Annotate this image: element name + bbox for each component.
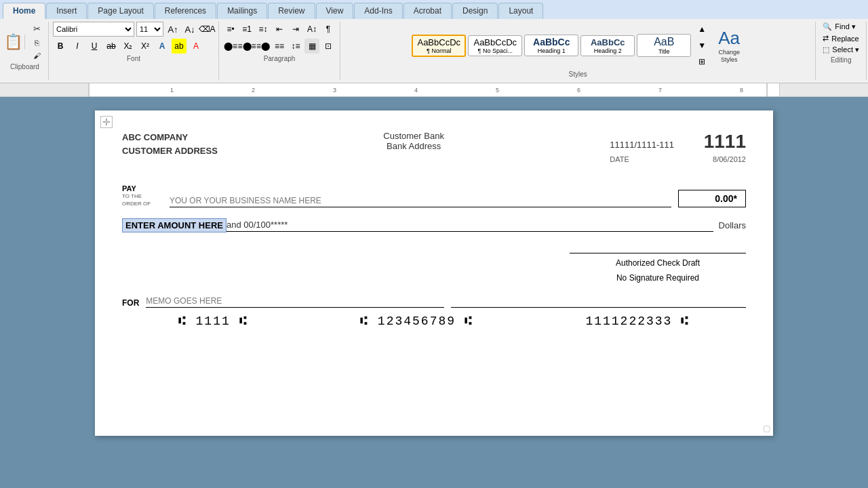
paragraph-group: ≡• ≡1 ≡↕ ⇤ ⇥ A↕ ¶ ⬤≡ ≡⬤≡ ≡⬤ ≡≡ ↕≡ — [219, 22, 340, 80]
style-normal[interactable]: AaBbCcDc ¶ Normal — [412, 35, 466, 57]
check-number: 1111 — [704, 131, 746, 152]
micr-left: ⑆ 1111 ⑆ — [178, 314, 248, 328]
styles-scroll-down[interactable]: ▼ — [694, 38, 709, 53]
date-value: 8/06/2012 — [713, 155, 746, 163]
check-header: ABC COMPANY CUSTOMER ADDRESS Customer Ba… — [122, 131, 746, 163]
check-document: ✛ ABC COMPANY CUSTOMER ADDRESS Customer … — [95, 110, 773, 436]
signature-area: Authorized Check Draft No Signature Requ… — [122, 253, 746, 285]
micr-right: 1111222333 ⑆ — [585, 314, 690, 328]
tab-layout[interactable]: Layout — [498, 3, 543, 19]
justify-button[interactable]: ≡≡ — [272, 39, 287, 54]
company-info: ABC COMPANY CUSTOMER ADDRESS — [122, 131, 218, 157]
clear-format-button[interactable]: ⌫A — [199, 22, 214, 37]
company-address: CUSTOMER ADDRESS — [122, 144, 218, 158]
subscript-button[interactable]: X₂ — [121, 39, 136, 54]
paste-button[interactable]: 📋 — [5, 35, 20, 49]
bank-name: Customer Bank — [383, 131, 444, 141]
font-size-select[interactable]: 11 — [136, 22, 163, 37]
move-handle[interactable]: ✛ — [100, 116, 113, 128]
style-title[interactable]: AaB Title — [637, 34, 691, 57]
numbering-button[interactable]: ≡1 — [239, 22, 254, 37]
for-memo-line: FOR MEMO GOES HERE — [122, 296, 746, 308]
italic-button[interactable]: I — [70, 39, 85, 54]
decrease-indent-button[interactable]: ⇤ — [272, 22, 287, 37]
superscript-button[interactable]: X² — [138, 39, 153, 54]
date-label: DATE — [610, 155, 629, 163]
editing-label: Editing — [831, 56, 852, 66]
svg-text:1: 1 — [170, 87, 174, 94]
change-styles-button[interactable]: Aa ChangeStyles — [714, 26, 744, 65]
style-heading2[interactable]: AaBbCc Heading 2 — [580, 35, 635, 56]
align-center-button[interactable]: ≡⬤≡ — [239, 39, 254, 54]
underline-button[interactable]: U — [87, 39, 102, 54]
tab-design[interactable]: Design — [452, 3, 498, 19]
order-of-label: ORDER OF — [122, 201, 163, 207]
tab-insert[interactable]: Insert — [46, 3, 87, 19]
authorized-line2: No Signature Required — [570, 271, 746, 286]
strikethrough-button[interactable]: ab — [104, 39, 119, 54]
styles-scroll-up[interactable]: ▲ — [694, 22, 709, 37]
bullets-button[interactable]: ≡• — [223, 22, 238, 37]
style-no-spacing[interactable]: AaBbCcDc ¶ No Spaci... — [468, 35, 522, 56]
pay-label: PAY — [122, 184, 163, 193]
styles-more[interactable]: ⊞ — [694, 54, 709, 69]
format-painter-button[interactable]: 🖌 — [30, 49, 44, 62]
highlight-button[interactable]: ab — [172, 39, 186, 54]
text-effects-button[interactable]: A — [155, 39, 170, 54]
dollars-label: Dollars — [719, 220, 746, 230]
amount-text-rest: and 00/100***** — [226, 220, 713, 232]
amount-highlighted[interactable]: ENTER AMOUNT HERE — [122, 218, 226, 232]
borders-button[interactable]: ⊡ — [321, 39, 336, 54]
replace-button[interactable]: ⇄ Replace — [820, 33, 862, 43]
search-icon: 🔍 — [823, 22, 832, 31]
bold-button[interactable]: B — [53, 39, 68, 54]
tab-view[interactable]: View — [316, 3, 354, 19]
style-heading1[interactable]: AaBbCc Heading 1 — [524, 35, 578, 56]
bank-address: Bank Address — [383, 141, 444, 151]
resize-handle[interactable]: ▢ — [763, 424, 770, 433]
tab-add-ins[interactable]: Add-Ins — [354, 3, 402, 19]
select-button[interactable]: ⬚ Select ▾ — [820, 45, 862, 55]
sort-button[interactable]: A↕ — [304, 22, 319, 37]
replace-icon: ⇄ — [823, 34, 829, 43]
decrease-font-button[interactable]: A↓ — [182, 22, 197, 37]
align-right-button[interactable]: ≡⬤ — [256, 39, 271, 54]
tab-references[interactable]: References — [155, 3, 216, 19]
tab-page-layout[interactable]: Page Layout — [87, 3, 153, 19]
company-name: ABC COMPANY — [122, 131, 218, 144]
svg-text:6: 6 — [577, 87, 580, 94]
align-left-button[interactable]: ⬤≡ — [223, 39, 238, 54]
tab-home[interactable]: Home — [3, 3, 45, 19]
ribbon-tab-bar: Home Insert Page Layout References Maili… — [0, 0, 868, 19]
bank-info: Customer Bank Bank Address — [383, 131, 444, 151]
copy-button[interactable]: ⎘ — [30, 37, 44, 49]
line-spacing-button[interactable]: ↕≡ — [288, 39, 303, 54]
change-styles-icon: Aa — [718, 28, 740, 49]
cut-button[interactable]: ✂ — [30, 22, 44, 36]
tab-review[interactable]: Review — [268, 3, 315, 19]
clipboard-items: 📋 ✂ ⎘ 🖌 — [5, 22, 44, 62]
pay-line: PAY TO THE ORDER OF YOU OR YOUR BUSINESS… — [122, 184, 746, 207]
amount-value: 0.00* — [715, 193, 737, 204]
font-name-select[interactable]: Calibri — [53, 22, 134, 37]
amount-box[interactable]: 0.00* — [678, 190, 746, 207]
increase-indent-button[interactable]: ⇥ — [288, 22, 303, 37]
memo-line[interactable]: MEMO GOES HERE — [146, 296, 444, 308]
show-hide-button[interactable]: ¶ — [321, 22, 336, 37]
editing-group: 🔍 Find ▾ ⇄ Replace ⬚ Select ▾ Editing — [816, 22, 867, 80]
increase-font-button[interactable]: A↑ — [165, 22, 180, 37]
authorized-box: Authorized Check Draft No Signature Requ… — [570, 253, 746, 285]
svg-text:5: 5 — [496, 87, 499, 94]
micr-mid: ⑆ 123456789 ⑆ — [360, 314, 473, 328]
font-color-button[interactable]: A — [189, 39, 203, 54]
tab-acrobat[interactable]: Acrobat — [403, 3, 452, 19]
shading-button[interactable]: ▦ — [304, 39, 319, 54]
tab-mailings[interactable]: Mailings — [217, 3, 267, 19]
ribbon-main: 📋 ✂ ⎘ 🖌 Clipboard Calibri — [0, 19, 868, 83]
payee-name-line[interactable]: YOU OR YOUR BUSINESS NAME HERE — [170, 196, 671, 207]
clipboard-group: 📋 ✂ ⎘ 🖌 Clipboard — [1, 22, 49, 80]
find-button[interactable]: 🔍 Find ▾ — [820, 22, 862, 32]
styles-label: Styles — [569, 70, 587, 80]
multilevel-list-button[interactable]: ≡↕ — [256, 22, 271, 37]
for-label: FOR — [122, 298, 139, 308]
